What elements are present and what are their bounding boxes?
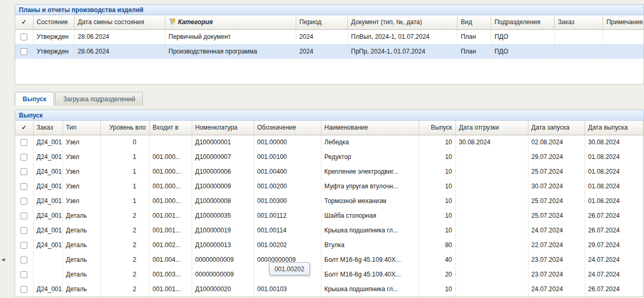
cell[interactable]: Д100000001: [192, 135, 254, 150]
cell[interactable]: 24.07.2024: [585, 267, 643, 282]
cell[interactable]: Редуктор: [321, 150, 419, 164]
cell[interactable]: План: [458, 44, 491, 59]
column-header-4[interactable]: Период: [296, 15, 347, 29]
cell[interactable]: ПлВып, 2024-1, 01.07.2024: [348, 29, 458, 44]
cell[interactable]: Д100000013: [192, 238, 254, 252]
cell[interactable]: [555, 29, 603, 44]
cell[interactable]: 02.08.2024: [528, 135, 585, 150]
cell[interactable]: Д100000019: [192, 223, 254, 238]
checkbox[interactable]: [20, 183, 27, 190]
cell[interactable]: [455, 223, 528, 238]
column-header-1[interactable]: Состояние: [33, 15, 74, 29]
cell[interactable]: Д100000035: [192, 208, 254, 223]
cell[interactable]: 23.07.2024: [528, 267, 585, 282]
select-all-header[interactable]: ✓: [15, 15, 33, 29]
checkbox[interactable]: [20, 198, 27, 205]
cell[interactable]: Муфта упругая втулочн...: [321, 179, 419, 194]
cell[interactable]: 1: [100, 164, 149, 179]
cell[interactable]: Болт М16-6g 45.109.40Х...: [321, 252, 419, 267]
cell[interactable]: Первичный документ: [165, 29, 296, 44]
cell[interactable]: [455, 164, 528, 179]
cell[interactable]: 001.000...: [149, 194, 192, 208]
cell[interactable]: Д100000008: [192, 194, 254, 208]
cell[interactable]: Деталь: [63, 267, 100, 282]
cell[interactable]: 2: [100, 267, 149, 282]
checkbox[interactable]: [20, 34, 27, 40]
checkbox[interactable]: [20, 242, 27, 249]
cell[interactable]: [555, 44, 603, 59]
column-header-8[interactable]: Заказ: [555, 15, 603, 29]
cell[interactable]: 1: [100, 194, 149, 208]
column-header-9[interactable]: Примечание: [603, 15, 644, 29]
cell[interactable]: 2024: [296, 29, 347, 44]
cell[interactable]: Крышка подшипника гл...: [321, 282, 419, 296]
cell[interactable]: Узел: [63, 194, 100, 208]
cell[interactable]: [33, 252, 63, 267]
cell[interactable]: Д100000007: [192, 150, 254, 164]
cell[interactable]: Деталь: [63, 223, 100, 238]
cell[interactable]: 2024: [296, 44, 347, 59]
table-row[interactable]: Утвержден28.06.2024Первичный документ202…: [15, 29, 644, 44]
cell[interactable]: 001.000...: [149, 179, 192, 194]
cell[interactable]: 001.001...: [149, 282, 192, 296]
cell[interactable]: Деталь: [63, 238, 100, 252]
cell[interactable]: 24.07.2024: [528, 223, 585, 238]
table-row[interactable]: Д24_001Узел1001.000...Д100000007001.0010…: [15, 150, 643, 164]
cell[interactable]: 001.000...: [149, 150, 192, 164]
cell[interactable]: 001.003...: [149, 267, 192, 282]
cell[interactable]: План: [458, 29, 491, 44]
cell[interactable]: 0: [100, 135, 149, 150]
table-row[interactable]: Д24_001Деталь2001.001...Д100000020001.00…: [15, 282, 643, 296]
cell[interactable]: 2: [100, 282, 149, 296]
cell[interactable]: 26.07.2024: [585, 282, 643, 296]
cell[interactable]: 10: [419, 179, 455, 194]
cell[interactable]: Д100000006: [192, 164, 254, 179]
cell[interactable]: Узел: [63, 135, 100, 150]
row-checkbox-cell[interactable]: [15, 267, 33, 282]
row-checkbox-cell[interactable]: [15, 223, 33, 238]
cell[interactable]: ПрПр, 2024-1, 01.07.2024: [348, 44, 458, 59]
row-checkbox-cell[interactable]: [15, 135, 33, 150]
column-header-5[interactable]: Номенклатура: [192, 121, 254, 135]
table-row[interactable]: Д24_001Узел0Д100000001001.00000Лебедка10…: [15, 135, 643, 150]
checkbox[interactable]: [20, 48, 27, 55]
column-header-11[interactable]: Дата выпуска: [585, 121, 643, 135]
table-row[interactable]: Д24_001Узел1001.000...Д100000006001.0040…: [15, 164, 643, 179]
checkbox[interactable]: [20, 154, 27, 161]
row-checkbox-cell[interactable]: [15, 44, 33, 59]
cell[interactable]: 28.06.2024: [74, 29, 165, 44]
cell[interactable]: 001.00100: [254, 150, 321, 164]
cell[interactable]: 29.07.2024: [528, 150, 585, 164]
cell[interactable]: 24.07.2024: [528, 282, 585, 296]
checkbox[interactable]: [20, 168, 27, 175]
cell[interactable]: 01.08.2024: [585, 164, 643, 179]
cell[interactable]: 01.08.2024: [585, 194, 643, 208]
cell[interactable]: 00000000009: [192, 252, 254, 267]
column-header-8[interactable]: Выпуск: [419, 121, 455, 135]
cell[interactable]: 22.07.2024: [528, 238, 585, 252]
row-checkbox-cell[interactable]: [15, 282, 33, 296]
cell[interactable]: 25.07.2024: [528, 164, 585, 179]
cell[interactable]: 10: [419, 164, 455, 179]
cell[interactable]: 001.000...: [149, 164, 192, 179]
cell[interactable]: Д24_001: [33, 223, 63, 238]
cell[interactable]: [455, 252, 528, 267]
cell[interactable]: Д24_001: [33, 208, 63, 223]
cell[interactable]: 001.00114: [254, 223, 321, 238]
cell[interactable]: 25.07.2024: [528, 208, 585, 223]
cell[interactable]: Узел: [63, 150, 100, 164]
cell[interactable]: 001.004...: [149, 252, 192, 267]
cell[interactable]: [33, 267, 63, 282]
column-header-10[interactable]: Дата запуска: [528, 121, 585, 135]
column-header-3[interactable]: Уровень вло: [100, 121, 149, 135]
cell[interactable]: 10: [419, 135, 455, 150]
cell[interactable]: 2: [100, 238, 149, 252]
column-header-7[interactable]: Подразделения: [491, 15, 555, 29]
cell[interactable]: Тормозной механизм: [321, 194, 419, 208]
table-row[interactable]: Деталь2001.003...00000000009Болт М16-6g …: [15, 267, 643, 282]
cell[interactable]: 10: [419, 223, 455, 238]
cell[interactable]: [455, 179, 528, 194]
cell[interactable]: Производственная программа: [165, 44, 296, 59]
cell[interactable]: 29.07.2024: [585, 238, 643, 252]
cell[interactable]: 80: [419, 238, 455, 252]
